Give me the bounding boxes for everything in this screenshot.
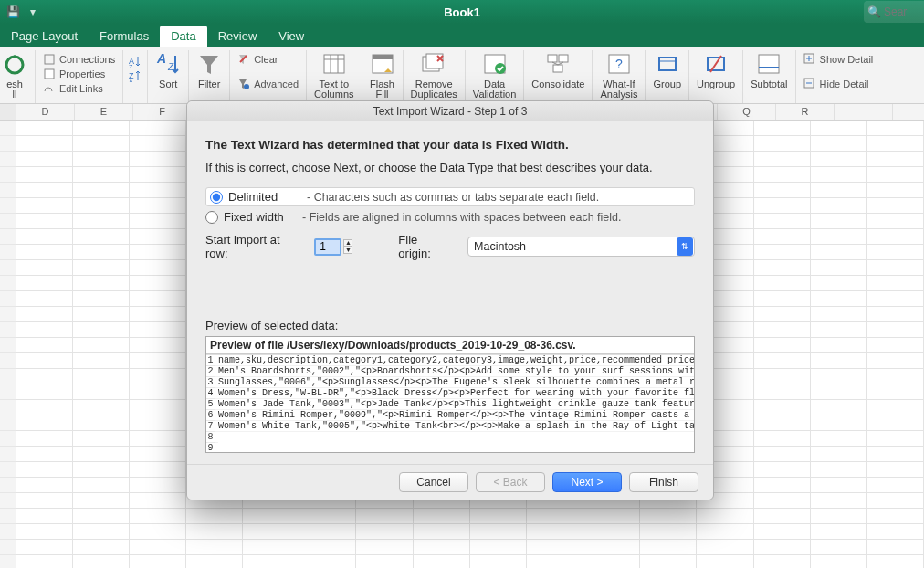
- radio-fixed-label: Fixed width: [224, 210, 297, 224]
- next-button[interactable]: Next >: [552, 472, 622, 492]
- preview-row-text: [215, 432, 218, 443]
- dialog-backdrop: Text Import Wizard - Step 1 of 3 The Tex…: [0, 0, 924, 568]
- preview-box: Preview of file /Users/lexy/Downloads/pr…: [205, 336, 695, 453]
- preview-row-number: 1: [206, 355, 215, 366]
- start-row-input[interactable]: [314, 238, 341, 256]
- start-row-label: Start import at row:: [205, 233, 305, 260]
- data-type-radio-group: Delimited - Characters such as commas or…: [205, 187, 695, 224]
- preview-file-label: Preview of file /Users/lexy/Downloads/pr…: [206, 337, 694, 354]
- radio-fixed-row[interactable]: Fixed width - Fields are aligned in colu…: [205, 210, 695, 224]
- dialog-title: Text Import Wizard - Step 1 of 3: [187, 101, 713, 121]
- preview-label: Preview of selected data:: [205, 319, 695, 332]
- dialog-body: The Text Wizard has determined that your…: [187, 121, 713, 464]
- finish-button[interactable]: Finish: [629, 472, 698, 492]
- file-origin-select[interactable]: Macintosh ⇅: [467, 237, 695, 257]
- radio-delimited-row[interactable]: Delimited - Characters such as commas or…: [205, 187, 695, 206]
- preview-row-number: 8: [206, 432, 215, 443]
- preview-row-number: 3: [206, 377, 215, 388]
- radio-fixed-width[interactable]: [205, 211, 218, 224]
- preview-row: 2Men's Boardshorts,"0002","<p>Boardshort…: [206, 366, 694, 377]
- preview-row-text: Men's Boardshorts,"0002","<p>Boardshorts…: [215, 366, 694, 377]
- preview-row-number: 6: [206, 410, 215, 421]
- start-row-spinner[interactable]: ▲ ▼: [314, 238, 352, 256]
- preview-row-number: 7: [206, 421, 215, 432]
- preview-row-text: Women's Jade Tank,"0003","<p>Jade Tank</…: [215, 399, 694, 410]
- spin-up-icon[interactable]: ▲: [343, 239, 352, 247]
- preview-row-number: 9: [206, 443, 215, 453]
- preview-row: 7Women's White Tank,"0005","<p>White Tan…: [206, 421, 694, 432]
- preview-row-number: 4: [206, 388, 215, 399]
- start-row-origin-row: Start import at row: ▲ ▼ File origin: Ma…: [205, 233, 695, 260]
- preview-row-text: name,sku,description,category1,category2…: [215, 355, 694, 366]
- chevron-updown-icon[interactable]: ⇅: [677, 237, 693, 256]
- radio-delimited-desc: - Characters such as commas or tabs sepa…: [307, 191, 599, 204]
- radio-delimited[interactable]: [210, 191, 223, 204]
- preview-row: 3Sunglasses,"0006","<p>Sunglasses</p><p>…: [206, 377, 694, 388]
- preview-row: 9: [206, 443, 694, 453]
- dialog-headline: The Text Wizard has determined that your…: [205, 138, 695, 152]
- back-button: < Back: [476, 472, 545, 492]
- preview-row-number: 2: [206, 366, 215, 377]
- preview-row: 1name,sku,description,category1,category…: [206, 355, 694, 366]
- preview-row: 6Women's Rimini Romper,"0009","<p>Rimini…: [206, 410, 694, 421]
- radio-fixed-desc: - Fields are aligned in columns with spa…: [302, 211, 622, 224]
- file-origin-label: File origin:: [398, 233, 453, 260]
- preview-row-text: Women's Rimini Romper,"0009","<p>Rimini …: [215, 410, 694, 421]
- file-origin-value: Macintosh: [468, 240, 677, 253]
- preview-row-text: Sunglasses,"0006","<p>Sunglasses</p><p>T…: [215, 377, 694, 388]
- preview-row-number: 5: [206, 399, 215, 410]
- preview-row-text: [215, 443, 218, 453]
- text-import-wizard-dialog: Text Import Wizard - Step 1 of 3 The Tex…: [186, 100, 714, 500]
- dialog-footer: Cancel < Back Next > Finish: [187, 464, 713, 500]
- preview-row: 5Women's Jade Tank,"0003","<p>Jade Tank<…: [206, 399, 694, 410]
- preview-row-text: Women's White Tank,"0005","<p>White Tank…: [215, 421, 694, 432]
- cancel-button[interactable]: Cancel: [399, 472, 468, 492]
- radio-delimited-label: Delimited: [228, 190, 301, 204]
- dialog-subline: If this is correct, choose Next, or choo…: [205, 161, 695, 174]
- preview-row-text: Women's Dress,"W-BL-DR","<p>Black Dress<…: [215, 388, 694, 399]
- preview-rows: 1name,sku,description,category1,category…: [206, 354, 694, 453]
- spin-down-icon[interactable]: ▼: [343, 247, 352, 254]
- preview-row: 4Women's Dress,"W-BL-DR","<p>Black Dress…: [206, 388, 694, 399]
- preview-row: 8: [206, 432, 694, 443]
